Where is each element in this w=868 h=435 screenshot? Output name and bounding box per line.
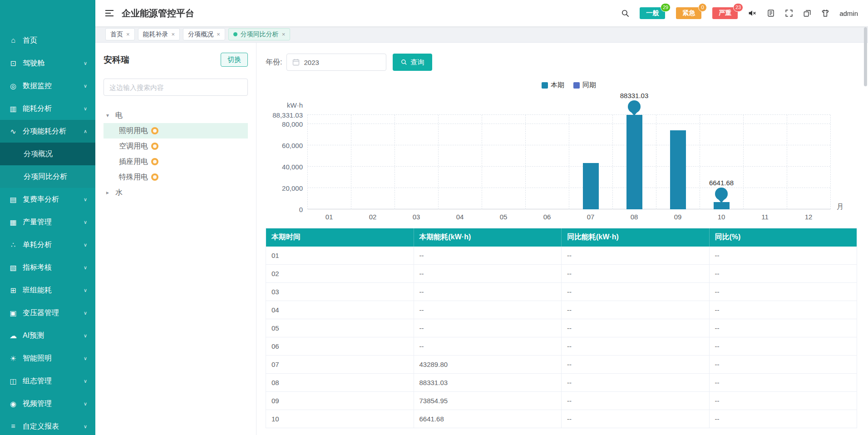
table-cell: -- bbox=[562, 283, 710, 301]
x-axis-tick-label: 03 bbox=[395, 213, 438, 221]
table-cell: 04 bbox=[266, 301, 414, 319]
x-axis-tick-label: 11 bbox=[743, 213, 787, 221]
sidebar-item-team-energy[interactable]: ⊞班组能耗∨ bbox=[0, 279, 95, 302]
sidebar-item-production[interactable]: ▦产量管理∨ bbox=[0, 211, 95, 233]
scrollbar-thumb[interactable] bbox=[864, 27, 867, 86]
alarm-badge-general[interactable]: 一般29 bbox=[640, 7, 665, 19]
sidebar-item-home[interactable]: ⌂首页 bbox=[0, 29, 95, 52]
y-axis-tick-label: 20,000 bbox=[282, 184, 303, 192]
bar-month-07 bbox=[583, 163, 599, 209]
close-icon[interactable]: × bbox=[217, 31, 220, 38]
tree-leaf-label: 特殊用电 bbox=[119, 173, 148, 182]
x-axis-tick-label: 07 bbox=[569, 213, 612, 221]
v-gridline bbox=[700, 115, 700, 209]
chevron-down-icon: ∨ bbox=[84, 424, 87, 430]
chevron-down-icon: ∨ bbox=[84, 197, 87, 203]
tree-search-input[interactable] bbox=[104, 79, 248, 96]
v-gridline bbox=[787, 115, 787, 209]
tab-energy-supplement[interactable]: 能耗补录× bbox=[138, 28, 180, 40]
search-icon[interactable] bbox=[621, 9, 630, 18]
production-icon: ▦ bbox=[8, 218, 18, 227]
tree-leaf-lighting-power[interactable]: 照明用电 bbox=[104, 123, 248, 138]
table-cell: 73854.95 bbox=[414, 392, 562, 410]
table-cell: -- bbox=[414, 301, 562, 319]
table-cell: 6641.68 bbox=[414, 410, 562, 428]
sidebar-item-custom-report[interactable]: ≡自定义报表∨ bbox=[0, 415, 95, 435]
table-row: 01------ bbox=[266, 247, 857, 265]
marker-pin-tip bbox=[630, 111, 638, 116]
sidebar-item-smart-lighting[interactable]: ☀智能照明∨ bbox=[0, 347, 95, 370]
table-cell: -- bbox=[562, 247, 710, 265]
energy-type-icon bbox=[151, 158, 158, 165]
tree-leaf-socket-power[interactable]: 插座用电 bbox=[104, 154, 248, 169]
tab-home[interactable]: 首页× bbox=[105, 28, 135, 40]
table-cell: -- bbox=[562, 410, 710, 428]
sidebar-item-subitem-energy[interactable]: ∿分项能耗分析∧ bbox=[0, 120, 95, 143]
sidebar-item-video[interactable]: ◉视频管理∨ bbox=[0, 392, 95, 415]
theme-icon[interactable] bbox=[821, 9, 829, 17]
legend-label: 同期 bbox=[582, 81, 596, 89]
chart-legend: 本期同期 bbox=[307, 81, 830, 89]
close-icon[interactable]: × bbox=[282, 31, 286, 38]
sidebar-item-scada[interactable]: ◫组态管理∨ bbox=[0, 370, 95, 392]
sidebar-nav: ⌂首页⊡驾驶舱∨◎数据监控∨▥能耗分析∨∿分项能耗分析∧分项概况分项同比分析▤复… bbox=[0, 29, 95, 435]
cockpit-icon: ⊡ bbox=[8, 59, 18, 68]
switch-button[interactable]: 切换 bbox=[221, 53, 248, 67]
query-button[interactable]: 查询 bbox=[393, 54, 432, 71]
x-axis-tick-label: 09 bbox=[656, 213, 700, 221]
video-icon: ◉ bbox=[8, 400, 18, 408]
sidebar-item-energy-analysis[interactable]: ▥能耗分析∨ bbox=[0, 97, 95, 120]
close-icon[interactable]: × bbox=[126, 31, 130, 38]
ai-icon: ☁ bbox=[8, 331, 18, 340]
year-picker[interactable]: 2023 bbox=[286, 54, 386, 71]
tab-subitem-overview[interactable]: 分项概况× bbox=[183, 28, 225, 40]
sidebar-item-ai-forecast[interactable]: ☁AI预测∨ bbox=[0, 324, 95, 347]
tab-subitem-yoy[interactable]: 分项同比分析× bbox=[228, 28, 291, 40]
chevron-down-icon: ∨ bbox=[84, 106, 87, 112]
sidebar-item-data-monitor[interactable]: ◎数据监控∨ bbox=[0, 74, 95, 97]
sidebar-item-label: 班组能耗 bbox=[23, 286, 81, 295]
fullscreen-icon[interactable] bbox=[785, 9, 793, 17]
legend-item-本期[interactable]: 本期 bbox=[542, 81, 564, 89]
sidebar-subitem-subitem-yoy[interactable]: 分项同比分析 bbox=[0, 165, 95, 188]
user-menu[interactable]: admin bbox=[839, 10, 858, 17]
table-cell: 10 bbox=[266, 410, 414, 428]
team-icon: ⊞ bbox=[8, 286, 18, 295]
legend-item-同期[interactable]: 同期 bbox=[573, 81, 596, 89]
menu-collapse-icon[interactable] bbox=[105, 10, 114, 17]
split-screen-icon[interactable] bbox=[803, 9, 811, 17]
chevron-up-icon: ∧ bbox=[84, 129, 87, 134]
x-axis-tick-label: 01 bbox=[307, 213, 351, 221]
analysis-content: 年份: 2023 查询 本期同期 bbox=[256, 43, 868, 435]
panel-title: 安科瑞 bbox=[104, 54, 129, 66]
y-axis-tick-label: 80,000 bbox=[282, 120, 303, 128]
tree-leaf-ac-power[interactable]: 空调用电 bbox=[104, 138, 248, 154]
marker-label: 88331.03 bbox=[620, 92, 649, 99]
chevron-down-icon: ∨ bbox=[84, 60, 87, 66]
sidebar-item-transformer[interactable]: ▣变压器管理∨ bbox=[0, 302, 95, 324]
table-cell: 07 bbox=[266, 356, 414, 374]
tree-leaf-special-power[interactable]: 特殊用电 bbox=[104, 169, 248, 185]
sidebar-item-label: 指标考核 bbox=[23, 263, 81, 272]
caret-icon[interactable]: ▾ bbox=[106, 112, 112, 119]
volume-muted-icon[interactable] bbox=[748, 9, 757, 17]
y-axis-tick-label: 60,000 bbox=[282, 141, 303, 149]
topbar-actions: 一般29紧急0严重23 admin bbox=[621, 7, 858, 19]
alarm-badge-urgent[interactable]: 紧急0 bbox=[676, 7, 701, 19]
caret-icon[interactable]: ▸ bbox=[106, 189, 112, 196]
sidebar-item-unit-consumption[interactable]: ∴单耗分析∨ bbox=[0, 233, 95, 256]
tree-node-electricity[interactable]: ▾电 bbox=[104, 108, 248, 123]
sidebar-item-label: 首页 bbox=[23, 36, 87, 45]
main-area: 企业能源管控平台 一般29紧急0严重23 bbox=[95, 0, 868, 435]
table-body: 01------02------03------04------05------… bbox=[266, 247, 857, 428]
sidebar-item-cockpit[interactable]: ⊡驾驶舱∨ bbox=[0, 52, 95, 74]
alarm-badge-severe[interactable]: 严重23 bbox=[712, 7, 738, 19]
table-cell: -- bbox=[414, 247, 562, 265]
sidebar-subitem-subitem-overview[interactable]: 分项概况 bbox=[0, 143, 95, 165]
table-cell: -- bbox=[562, 265, 710, 283]
close-icon[interactable]: × bbox=[172, 31, 175, 38]
tree-node-water[interactable]: ▸水 bbox=[104, 185, 248, 200]
sidebar-item-tariff-analysis[interactable]: ▤复费率分析∨ bbox=[0, 188, 95, 211]
sidebar-item-kpi[interactable]: ▧指标考核∨ bbox=[0, 256, 95, 279]
docs-icon[interactable] bbox=[767, 9, 775, 17]
